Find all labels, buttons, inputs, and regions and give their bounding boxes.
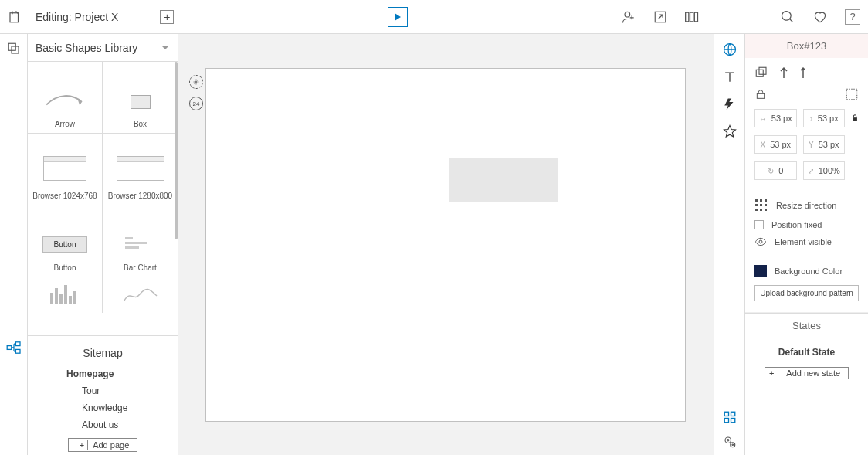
library-item-browser-1280[interactable]: Browser 1280x800 — [103, 134, 178, 205]
svg-rect-43 — [760, 209, 762, 211]
svg-rect-13 — [125, 246, 139, 249]
layers-toggle-icon[interactable] — [7, 42, 21, 56]
library-item-histogram[interactable] — [28, 277, 103, 313]
element-visible-row[interactable]: Element visible — [754, 237, 859, 246]
svg-rect-20 — [73, 291, 76, 304]
sitemap-panel: Sitemap Homepage Tour Knowledge About us… — [28, 335, 178, 455]
settings-icon[interactable] — [723, 435, 737, 449]
position-fixed-row[interactable]: Position fixed — [754, 220, 859, 229]
export-icon[interactable] — [653, 10, 667, 24]
eye-icon — [754, 237, 767, 246]
svg-rect-3 — [686, 12, 689, 22]
svg-rect-5 — [694, 12, 697, 22]
svg-rect-0 — [10, 12, 19, 22]
canvas-history-icon[interactable]: 24 — [189, 97, 203, 110]
top-toolbar: Editing: Project X + ? — [0, 0, 868, 34]
svg-point-29 — [730, 443, 734, 447]
add-page-button[interactable]: + — [160, 10, 174, 24]
grid-view-icon[interactable] — [723, 410, 737, 424]
duplicate-icon[interactable] — [754, 66, 768, 80]
project-icon[interactable] — [8, 10, 22, 24]
zoom-icon: ⤢ — [808, 167, 814, 175]
svg-rect-8 — [12, 46, 19, 53]
svg-rect-15 — [50, 293, 53, 304]
svg-point-28 — [727, 440, 728, 441]
svg-rect-25 — [724, 419, 728, 423]
zoom-input[interactable]: ⤢100% — [803, 161, 846, 180]
background-color-row[interactable]: Background Color — [754, 265, 859, 277]
width-input[interactable]: ↔53 px — [754, 109, 797, 127]
browser-icon — [117, 156, 164, 181]
arrow-up-icon[interactable] — [779, 66, 788, 79]
height-input[interactable]: ↕53 px — [803, 109, 846, 127]
resize-grid-icon — [754, 199, 768, 212]
library-header[interactable]: Basic Shapes Library — [28, 34, 178, 62]
bounding-box-icon[interactable] — [845, 87, 859, 101]
right-rail — [714, 34, 744, 455]
svg-rect-37 — [760, 199, 762, 202]
sitemap-toggle-icon[interactable] — [6, 341, 22, 354]
library-item-linechart[interactable] — [103, 277, 178, 313]
library-item-label: Button — [54, 263, 76, 277]
library-item-label: Arrow — [55, 120, 75, 133]
svg-rect-11 — [15, 349, 20, 353]
play-icon — [395, 13, 401, 21]
globe-icon[interactable] — [722, 42, 737, 57]
default-state-label[interactable]: Default State — [778, 342, 835, 362]
library-item-box[interactable]: Box — [103, 62, 178, 133]
arrow-icon — [43, 92, 86, 109]
y-input[interactable]: Y53 px — [803, 135, 846, 154]
star-icon[interactable] — [722, 124, 737, 139]
histogram-icon — [49, 285, 81, 305]
line-chart-icon — [123, 285, 158, 305]
svg-rect-19 — [69, 296, 72, 304]
lock-icon[interactable] — [754, 88, 767, 100]
library-item-button[interactable]: Button Button — [28, 205, 103, 277]
svg-rect-44 — [765, 209, 767, 211]
library-item-arrow[interactable]: Arrow — [28, 62, 103, 133]
search-icon[interactable] — [780, 9, 795, 25]
interactions-icon[interactable] — [723, 97, 737, 111]
sitemap-root[interactable]: Homepage — [28, 365, 178, 382]
resize-direction-row[interactable]: Resize direction — [754, 199, 859, 212]
svg-point-1 — [625, 12, 630, 17]
svg-rect-16 — [55, 288, 58, 304]
library-item-label: Browser 1280x800 — [108, 192, 172, 205]
library-item-browser-1024[interactable]: Browser 1024x768 — [28, 134, 103, 205]
color-swatch — [754, 265, 767, 277]
add-page-button[interactable]: + Add page — [68, 438, 137, 452]
x-label: X — [760, 141, 765, 149]
svg-rect-18 — [64, 285, 67, 304]
x-input[interactable]: X53 px — [754, 135, 797, 154]
rotate-icon: ↻ — [768, 167, 774, 175]
button-shape-icon: Button — [42, 236, 88, 253]
add-state-button[interactable]: + Add new state — [765, 367, 849, 379]
left-rail — [0, 34, 28, 455]
text-tool-icon[interactable] — [722, 70, 737, 85]
rotation-input[interactable]: ↻0 — [754, 161, 797, 180]
sitemap-item[interactable]: Tour — [28, 382, 178, 399]
preview-button[interactable] — [388, 7, 408, 27]
add-user-icon[interactable] — [621, 9, 636, 25]
add-page-label: Add page — [93, 440, 129, 450]
help-button[interactable]: ? — [845, 9, 860, 25]
canvas[interactable]: 24 — [205, 68, 686, 422]
sitemap-item[interactable]: About us — [28, 416, 178, 433]
canvas-settings-icon[interactable] — [189, 75, 203, 89]
library-item-barchart[interactable]: Bar Chart — [103, 205, 178, 277]
svg-point-45 — [759, 240, 762, 243]
selected-box-element[interactable] — [449, 158, 558, 202]
page-title: Editing: Project X — [32, 11, 118, 23]
y-label: Y — [809, 141, 814, 149]
svg-rect-10 — [15, 342, 20, 346]
svg-rect-32 — [759, 67, 766, 74]
layout-columns-icon[interactable] — [684, 11, 700, 23]
favorite-icon[interactable] — [812, 9, 828, 25]
height-icon: ↕ — [809, 114, 813, 123]
upload-pattern-button[interactable]: Upload background pattern — [754, 285, 859, 301]
position-fixed-label: Position fixed — [771, 220, 822, 229]
states-title: States — [745, 313, 868, 338]
sitemap-item[interactable]: Knowledge — [28, 399, 178, 416]
aspect-lock-icon[interactable] — [851, 114, 859, 123]
arrow-up-thin-icon[interactable] — [799, 66, 807, 79]
